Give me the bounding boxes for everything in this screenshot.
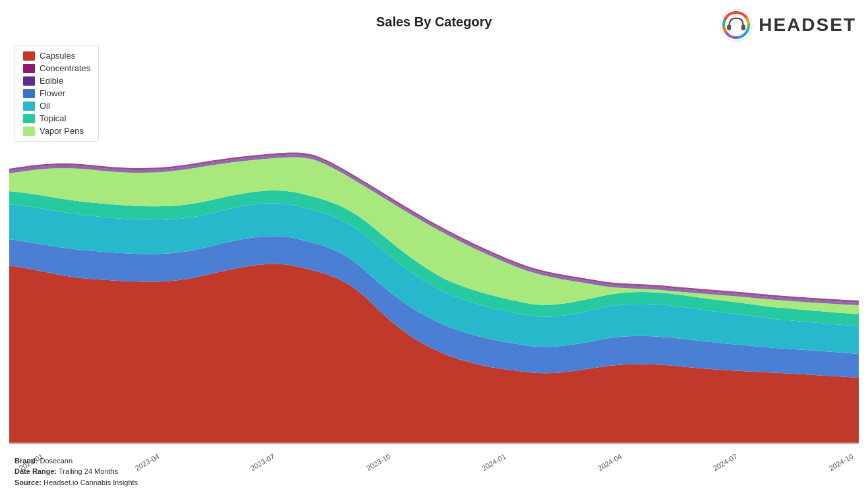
legend-item-label: Flower bbox=[40, 88, 65, 98]
legend-item: Concentrates bbox=[23, 63, 90, 73]
headset-logo-icon bbox=[719, 8, 753, 42]
legend-color-box bbox=[23, 89, 35, 98]
brand-label: Brand: bbox=[14, 457, 38, 465]
date-label: Date Range: bbox=[14, 467, 57, 475]
source-label: Source: bbox=[14, 478, 42, 486]
footer-info: Brand: Dosecann Date Range: Trailing 24 … bbox=[14, 455, 138, 488]
legend-color-box bbox=[23, 76, 35, 86]
legend-item: Flower bbox=[23, 88, 90, 98]
x-axis-label: 2024-01 bbox=[480, 452, 507, 473]
svg-rect-1 bbox=[727, 24, 731, 30]
legend-item: Oil bbox=[23, 101, 90, 111]
legend-item-label: Vapor Pens bbox=[40, 126, 84, 136]
x-axis-label: 2023-10 bbox=[364, 452, 391, 473]
legend-item: Edible bbox=[23, 76, 90, 86]
stacked-area-chart bbox=[9, 43, 859, 444]
legend-item: Topical bbox=[23, 113, 90, 123]
x-axis-label: 2024-10 bbox=[827, 452, 854, 473]
x-axis-label: 2024-07 bbox=[712, 452, 739, 473]
legend-color-box bbox=[23, 127, 35, 136]
chart-title: Sales By Category bbox=[376, 14, 492, 30]
chart-legend: CapsulesConcentratesEdibleFlowerOilTopic… bbox=[14, 45, 99, 142]
svg-rect-2 bbox=[741, 24, 745, 30]
logo-area: HEADSET bbox=[719, 8, 856, 42]
legend-color-box bbox=[23, 51, 35, 61]
legend-item-label: Oil bbox=[40, 101, 50, 111]
legend-color-box bbox=[23, 64, 35, 73]
legend-item-label: Capsules bbox=[40, 51, 75, 61]
legend-color-box bbox=[23, 102, 35, 111]
legend-item-label: Edible bbox=[40, 76, 63, 86]
date-value: Trailing 24 Months bbox=[59, 467, 118, 475]
x-axis-label: 2023-07 bbox=[249, 452, 276, 473]
source-value: Headset.io Cannabis Insights bbox=[43, 478, 138, 486]
page-container: HEADSET Sales By Category CapsulesConcen… bbox=[0, 0, 868, 493]
chart-area bbox=[9, 43, 859, 444]
legend-item: Vapor Pens bbox=[23, 126, 90, 136]
logo-text: HEADSET bbox=[759, 14, 856, 36]
legend-item-label: Concentrates bbox=[40, 63, 90, 73]
legend-color-box bbox=[23, 114, 35, 123]
legend-item: Capsules bbox=[23, 51, 90, 61]
brand-value: Dosecann bbox=[40, 457, 73, 465]
x-axis-label: 2024-04 bbox=[596, 452, 623, 473]
legend-item-label: Topical bbox=[40, 113, 66, 123]
